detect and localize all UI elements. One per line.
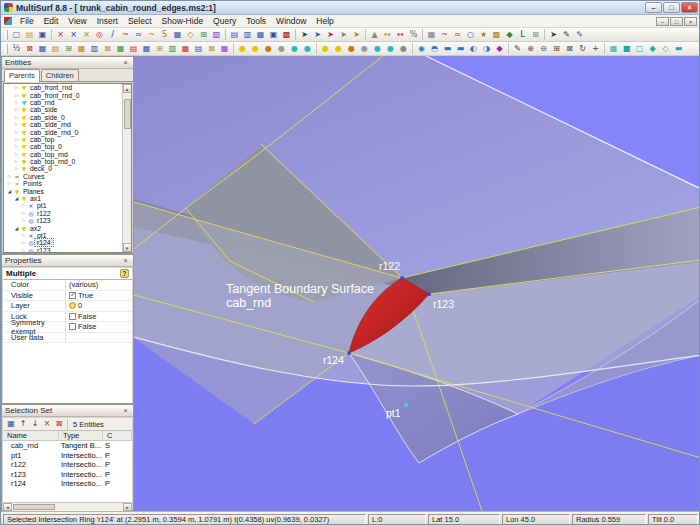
expand-arrow-icon[interactable]: ▷: [13, 159, 20, 164]
collapse-arrow-icon[interactable]: ◢: [6, 189, 13, 194]
wx13-icon[interactable]: ▦: [179, 43, 192, 55]
expand-arrow-icon[interactable]: ▷: [13, 115, 20, 120]
scroll-down-icon[interactable]: ▼: [123, 243, 132, 252]
collapse-arrow-icon[interactable]: ◢: [13, 226, 20, 231]
expand-arrow-icon[interactable]: ▷: [13, 100, 20, 105]
bulb-named-icon[interactable]: ●: [345, 43, 358, 55]
tree-item-r122[interactable]: ▷◎r122: [4, 210, 131, 217]
select-parents-icon[interactable]: ➤: [337, 29, 350, 41]
scroll-left-icon[interactable]: ◄: [3, 503, 12, 511]
menu-file[interactable]: File: [15, 15, 39, 27]
column-name[interactable]: Name: [3, 431, 59, 440]
checker-icon[interactable]: ▩: [490, 29, 503, 41]
rotate-view-icon[interactable]: ↻: [576, 43, 589, 55]
document-icon[interactable]: [4, 17, 12, 25]
bulb-cyan2-icon[interactable]: ●: [384, 43, 397, 55]
wx9-icon[interactable]: ▤: [127, 43, 140, 55]
tree-item-curves[interactable]: ▷≈Curves: [4, 173, 131, 180]
clear-selection-icon[interactable]: ⊠: [53, 419, 65, 430]
selection-set-title-bar[interactable]: Selection Set ×: [2, 405, 133, 417]
offset-v-icon[interactable]: ↔: [394, 29, 407, 41]
move-up-icon[interactable]: ↑: [17, 419, 29, 430]
pt1-marker[interactable]: [404, 403, 407, 406]
checkbox-checked-icon[interactable]: [69, 292, 76, 299]
save-file-icon[interactable]: ▣: [36, 29, 49, 41]
blue-arc-icon[interactable]: ○: [464, 29, 477, 41]
bulb-dim-icon[interactable]: ●: [397, 43, 410, 55]
checkbox-unchecked-icon[interactable]: [69, 323, 76, 330]
help-icon[interactable]: ?: [120, 269, 129, 278]
copy-view-icon[interactable]: ▦: [607, 43, 620, 55]
zoom-out-icon[interactable]: ⊖: [537, 43, 550, 55]
tab-children[interactable]: Children: [41, 69, 79, 81]
expand-arrow-icon[interactable]: ▷: [13, 144, 20, 149]
selection-row-r122[interactable]: r122Intersectio...P: [3, 460, 132, 470]
arc-tool-icon[interactable]: ~: [119, 29, 132, 41]
annotate-icon[interactable]: ✎: [560, 29, 573, 41]
blue-l-icon[interactable]: L: [516, 29, 529, 41]
tab-parents[interactable]: Parents: [4, 69, 40, 82]
r123-marker[interactable]: [427, 292, 430, 295]
expand-arrow-icon[interactable]: ▷: [13, 85, 20, 90]
selection-hscrollbar[interactable]: ◄ ►: [3, 502, 132, 511]
tree-item-r124[interactable]: ▷◎r124: [4, 239, 131, 246]
point-tool-icon[interactable]: ×: [54, 29, 67, 41]
bcurve-tool-icon[interactable]: ≈: [132, 29, 145, 41]
wireframe-view-icon[interactable]: ▢: [633, 43, 646, 55]
scroll-thumb[interactable]: [124, 99, 131, 129]
tree-item-planes[interactable]: ◢▼Planes: [4, 187, 131, 194]
grid-snap-icon[interactable]: ▦: [425, 29, 438, 41]
expand-arrow-icon[interactable]: ▷: [20, 248, 27, 253]
wx4-icon[interactable]: ⊞: [62, 43, 75, 55]
expand-arrow-icon[interactable]: ▷: [13, 166, 20, 171]
pan-view-icon[interactable]: +: [589, 43, 602, 55]
wx1-icon[interactable]: ⊠: [23, 43, 36, 55]
selection-table-header[interactable]: Name Type C: [3, 431, 132, 441]
wx3-icon[interactable]: ▤: [49, 43, 62, 55]
collapse-arrow-icon[interactable]: ◢: [13, 196, 20, 201]
view-window-1-icon[interactable]: ▤: [228, 29, 241, 41]
bulb-gray-icon[interactable]: ●: [358, 43, 371, 55]
wx8-icon[interactable]: ▦: [114, 43, 127, 55]
hscroll-thumb[interactable]: [13, 504, 55, 510]
column-c[interactable]: C: [103, 431, 132, 440]
expand-arrow-icon[interactable]: ▷: [13, 137, 20, 142]
menu-help[interactable]: Help: [311, 15, 338, 27]
surface-tool-icon[interactable]: ▦: [171, 29, 184, 41]
view-window-5-icon[interactable]: ▩: [280, 29, 293, 41]
expand-arrow-icon[interactable]: ▷: [20, 218, 27, 223]
wx12-icon[interactable]: ▥: [166, 43, 179, 55]
view-window-3-icon[interactable]: ▦: [254, 29, 267, 41]
view-persp2-icon[interactable]: ◑: [480, 43, 493, 55]
selection-row-pt1[interactable]: pt1Intersectio...P: [3, 451, 132, 461]
tree-item-cab_side_rnd_0[interactable]: ▷▼cab_side_rnd_0: [4, 128, 131, 135]
menu-insert[interactable]: Insert: [92, 15, 123, 27]
entities-panel-title-bar[interactable]: Entities ×: [2, 57, 133, 69]
expand-arrow-icon[interactable]: ▷: [13, 122, 20, 127]
tree-scrollbar[interactable]: ▲ ▼: [122, 84, 131, 252]
wx5-icon[interactable]: ▦: [75, 43, 88, 55]
selection-row-r123[interactable]: r123Intersectio...P: [3, 470, 132, 480]
grid2-icon[interactable]: ⊞: [529, 29, 542, 41]
maximize-button[interactable]: □: [663, 2, 680, 13]
magnet-view-icon[interactable]: ◆: [493, 43, 506, 55]
entities-close-icon[interactable]: ×: [121, 59, 130, 66]
property-row-visible[interactable]: VisibleTrue: [3, 291, 132, 302]
tree-item-cab_side_0[interactable]: ▷▼cab_side_0: [4, 114, 131, 121]
properties-close-icon[interactable]: ×: [121, 257, 130, 264]
ring-tool-icon[interactable]: ◎: [93, 29, 106, 41]
r124-marker[interactable]: [347, 351, 350, 354]
texture-view-icon[interactable]: ◇: [659, 43, 672, 55]
wx10-icon[interactable]: ▦: [140, 43, 153, 55]
show-named-bulb-icon[interactable]: ●: [262, 43, 275, 55]
half-scale-icon[interactable]: ½: [10, 43, 23, 55]
star-icon[interactable]: ★: [477, 29, 490, 41]
plane-tool-icon[interactable]: ◇: [184, 29, 197, 41]
print-view-icon[interactable]: ▬: [672, 43, 685, 55]
wx14-icon[interactable]: ▤: [192, 43, 205, 55]
expand-arrow-icon[interactable]: ▷: [20, 240, 27, 245]
viewport-3d[interactable]: r122 r123 r124 pt1 Tangent Boundary Surf…: [134, 56, 700, 511]
tree-item-r123[interactable]: ▷◎r123: [4, 217, 131, 224]
expand-arrow-icon[interactable]: ▷: [20, 203, 27, 208]
zoom-in-icon[interactable]: ⊕: [524, 43, 537, 55]
